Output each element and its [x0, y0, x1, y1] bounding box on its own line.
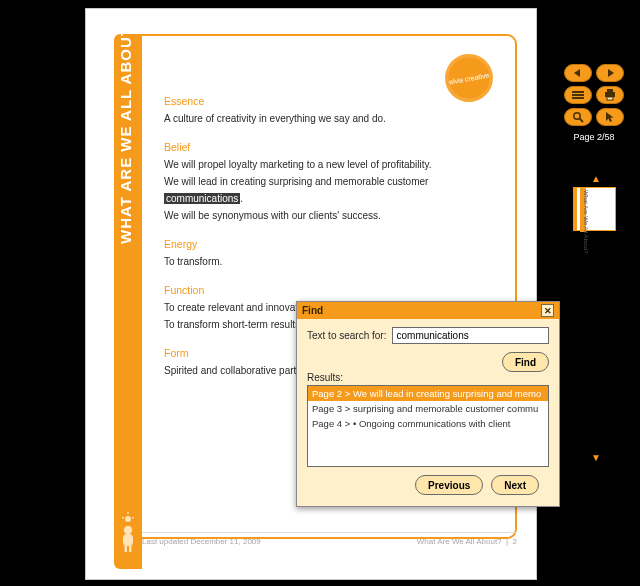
- page-indicator: Page 2/58: [558, 132, 630, 142]
- svg-rect-5: [123, 534, 133, 546]
- search-label: Text to search for:: [307, 330, 386, 341]
- previous-button[interactable]: Previous: [415, 475, 483, 495]
- next-page-button[interactable]: [596, 64, 624, 82]
- footer-right: What Are We All About? | 2: [417, 537, 517, 546]
- thumbnail-strip: ▲ What Are We All About? ▼: [573, 172, 619, 462]
- body-text: To transform.: [164, 253, 490, 270]
- contents-button[interactable]: [564, 86, 592, 104]
- svg-rect-11: [572, 94, 584, 96]
- svg-rect-3: [132, 517, 134, 518]
- svg-marker-8: [574, 69, 580, 77]
- section-heading: Essence: [164, 95, 490, 107]
- svg-rect-6: [125, 545, 128, 552]
- dialog-title: Find: [302, 305, 323, 316]
- body-text-with-highlight: We will lead in creating surprising and …: [164, 173, 490, 207]
- svg-point-4: [124, 526, 132, 534]
- search-button[interactable]: [564, 108, 592, 126]
- dialog-titlebar[interactable]: Find ✕: [297, 302, 559, 319]
- print-button[interactable]: [596, 86, 624, 104]
- body-text: We will be synonymous with our clients' …: [164, 207, 490, 224]
- find-dialog: Find ✕ Text to search for: Find Results:…: [296, 301, 560, 507]
- thumb-scroll-up[interactable]: ▲: [590, 172, 602, 184]
- body-text: A culture of creativity in everything we…: [164, 110, 490, 127]
- svg-rect-10: [572, 91, 584, 93]
- svg-rect-14: [607, 89, 613, 92]
- svg-point-0: [125, 516, 131, 522]
- svg-rect-12: [572, 97, 584, 99]
- footer-updated: Last updated December 11, 2009: [142, 537, 261, 546]
- result-item[interactable]: Page 2 > We will lead in creating surpri…: [308, 386, 548, 401]
- svg-line-17: [580, 119, 584, 123]
- close-icon[interactable]: ✕: [541, 304, 554, 317]
- svg-rect-1: [127, 512, 128, 514]
- svg-point-16: [574, 113, 580, 119]
- search-highlight: communications: [164, 193, 240, 204]
- cursor-button[interactable]: [596, 108, 624, 126]
- prev-page-button[interactable]: [564, 64, 592, 82]
- svg-rect-7: [129, 545, 132, 552]
- page-footer: Last updated December 11, 2009 What Are …: [142, 532, 517, 546]
- search-input[interactable]: [392, 327, 549, 344]
- svg-rect-2: [122, 517, 124, 518]
- svg-marker-9: [608, 69, 614, 77]
- next-button[interactable]: Next: [491, 475, 539, 495]
- svg-rect-13: [605, 92, 615, 97]
- thumb-scroll-down[interactable]: ▼: [590, 451, 602, 463]
- section-side-bar: WHAT ARE WE ALL ABOUT?: [114, 34, 142, 569]
- svg-rect-15: [607, 97, 613, 100]
- person-idea-icon: [117, 512, 139, 554]
- find-button[interactable]: Find: [502, 352, 549, 372]
- result-item[interactable]: Page 4 > • Ongoing communications with c…: [308, 416, 548, 431]
- page-thumbnail[interactable]: What Are We All About?: [576, 187, 616, 231]
- result-item[interactable]: Page 3 > surprising and memorable custom…: [308, 401, 548, 416]
- results-label: Results:: [307, 372, 549, 383]
- section-heading: Belief: [164, 141, 490, 153]
- nav-tool-cluster: Page 2/58: [558, 64, 630, 142]
- svg-marker-18: [606, 112, 614, 122]
- body-text: We will propel loyalty marketing to a ne…: [164, 156, 490, 173]
- section-heading: Energy: [164, 238, 490, 250]
- section-heading: Function: [164, 284, 490, 296]
- section-side-title: WHAT ARE WE ALL ABOUT?: [117, 16, 134, 244]
- results-list[interactable]: Page 2 > We will lead in creating surpri…: [307, 385, 549, 467]
